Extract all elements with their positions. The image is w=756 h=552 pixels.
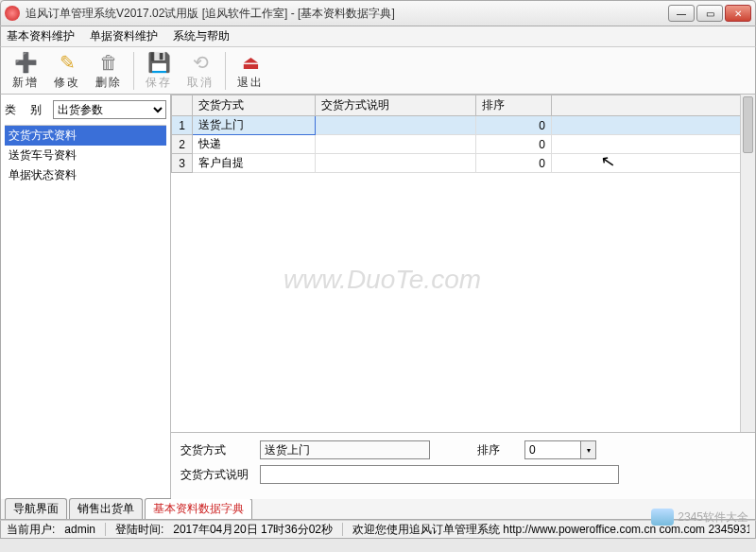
menu-bar: 基本资料维护 单据资料维护 系统与帮助 (0, 26, 756, 47)
row-header-col (172, 95, 193, 116)
pencil-icon: ✎ (55, 50, 79, 75)
nav-list: 交货方式资料 送货车号资料 单据状态资料 (5, 125, 166, 185)
floppy-icon: 💾 (146, 50, 171, 75)
add-button[interactable]: ➕ 新增 (5, 49, 46, 93)
nav-item-document-status[interactable]: 单据状态资料 (5, 165, 166, 185)
tab-sales-shipment[interactable]: 销售出货单 (69, 498, 143, 519)
edit-order-input[interactable] (524, 440, 581, 459)
edit-desc-label: 交货方式说明 (180, 467, 250, 483)
data-grid[interactable]: 交货方式 交货方式说明 排序 1 送货上门 0 2 (171, 95, 755, 433)
nav-item-vehicle-number[interactable]: 送货车号资料 (5, 146, 166, 165)
table-row[interactable]: 2 快递 0 (172, 135, 755, 154)
status-bar: 当前用户: admin 登陆时间: 2017年04月20日 17时36分02秒 … (0, 520, 756, 539)
edit-desc-input[interactable] (260, 465, 619, 484)
nav-item-delivery-method[interactable]: 交货方式资料 (5, 126, 166, 146)
minimize-button[interactable]: — (668, 5, 695, 22)
col-delivery-method[interactable]: 交货方式 (193, 95, 316, 116)
spinner-button[interactable]: ▾ (581, 440, 596, 459)
edit-order-label: 排序 (477, 442, 515, 458)
edit-button[interactable]: ✎ 修改 (46, 49, 88, 93)
edit-method-label: 交货方式 (180, 442, 250, 458)
cancel-button[interactable]: ⟲ 取消 (180, 49, 221, 93)
status-user-label: 当前用户: (7, 522, 55, 538)
maximize-button[interactable]: ▭ (696, 5, 723, 22)
window-titlebar: 追风订单管理系统V2017.02试用版 [追风软件工作室] - [基本资料数据字… (0, 0, 756, 26)
sidebar: 类 别 出货参数 交货方式资料 送货车号资料 单据状态资料 (1, 95, 171, 499)
edit-panel: 交货方式 排序 ▾ 交货方式说明 (171, 433, 755, 499)
toolbar-separator (225, 52, 226, 90)
toolbar-separator (133, 52, 134, 90)
content-panel: 交货方式 交货方式说明 排序 1 送货上门 0 2 (171, 95, 755, 499)
scrollbar-thumb[interactable] (743, 96, 753, 153)
menu-basic-data[interactable]: 基本资料维护 (7, 28, 75, 44)
table-row[interactable]: 3 客户自提 0 (172, 154, 755, 173)
status-login-label: 登陆时间: (115, 522, 163, 538)
menu-system-help[interactable]: 系统与帮助 (173, 28, 230, 44)
tab-data-dictionary[interactable]: 基本资料数据字典 (145, 498, 252, 519)
col-order[interactable]: 排序 (476, 95, 552, 116)
col-spacer (552, 95, 755, 116)
menu-document-data[interactable]: 单据资料维护 (90, 28, 158, 44)
close-button[interactable]: ✕ (725, 5, 751, 22)
tab-navigation[interactable]: 导航界面 (5, 498, 67, 519)
exit-icon: ⏏ (238, 50, 263, 75)
delete-button[interactable]: 🗑 删除 (88, 49, 129, 93)
plus-icon: ➕ (13, 50, 38, 75)
status-login-value: 2017年04月20日 17时36分02秒 (173, 522, 333, 538)
exit-button[interactable]: ⏏ 退出 (230, 49, 271, 93)
status-user-value: admin (64, 523, 95, 536)
brand-logo-icon (651, 509, 674, 526)
document-tabs: 导航界面 销售出货单 基本资料数据字典 (0, 499, 756, 520)
category-label: 类 别 (5, 102, 47, 118)
trash-icon: 🗑 (96, 50, 121, 75)
save-button[interactable]: 💾 保存 (138, 49, 180, 93)
brand-badge: 2345软件大全 (651, 509, 748, 526)
vertical-scrollbar[interactable] (740, 95, 755, 432)
toolbar: ➕ 新增 ✎ 修改 🗑 删除 💾 保存 ⟲ 取消 ⏏ 退出 (0, 47, 756, 95)
window-title: 追风订单管理系统V2017.02试用版 [追风软件工作室] - [基本资料数据字… (26, 6, 668, 22)
col-delivery-desc[interactable]: 交货方式说明 (316, 95, 476, 116)
edit-method-input[interactable] (260, 440, 430, 459)
category-select[interactable]: 出货参数 (53, 100, 166, 119)
table-row[interactable]: 1 送货上门 0 (172, 116, 755, 135)
app-icon (5, 6, 20, 21)
undo-icon: ⟲ (188, 50, 213, 75)
